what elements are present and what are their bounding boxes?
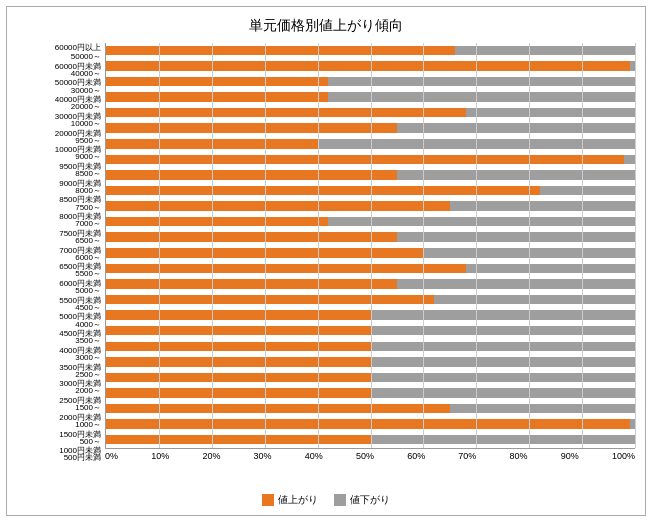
bar-gray-10 [450, 201, 635, 211]
x-tick-8: 80% [510, 451, 528, 461]
bar-orange-1 [106, 61, 630, 71]
grid-line-9 [582, 43, 583, 448]
y-label-2: 40000～50000円未満 [17, 69, 101, 86]
bars-wrapper [105, 43, 635, 449]
bar-gray-0 [455, 46, 635, 56]
bar-gray-5 [397, 123, 635, 133]
y-label-20: 2500～3000円未満 [17, 370, 101, 387]
grid-line-5 [371, 43, 372, 448]
bar-gray-11 [328, 217, 635, 227]
grid-line-8 [529, 43, 530, 448]
bar-gray-19 [371, 342, 636, 352]
bar-orange-16 [106, 295, 434, 305]
x-axis: 0%10%20%30%40%50%60%70%80%90%100% [105, 449, 635, 461]
x-tick-9: 90% [561, 451, 579, 461]
y-label-4: 20000～30000円未満 [17, 102, 101, 119]
bar-gray-15 [397, 279, 635, 289]
y-label-22: 1500～2000円未満 [17, 403, 101, 420]
bar-orange-23 [106, 404, 450, 414]
y-label-15: 5000～5500円未満 [17, 286, 101, 303]
grid-line-7 [476, 43, 477, 448]
y-label-12: 6500～7000円未満 [17, 236, 101, 253]
y-label-23: 1000～1500円未満 [17, 420, 101, 437]
y-label-1: 50000～60000円未満 [17, 52, 101, 69]
bar-orange-8 [106, 170, 397, 180]
bar-orange-2 [106, 77, 328, 87]
y-label-21: 2000～2500円未満 [17, 386, 101, 403]
bar-orange-14 [106, 264, 466, 274]
bar-gray-20 [371, 357, 636, 367]
x-tick-6: 60% [407, 451, 425, 461]
bar-gray-12 [397, 232, 635, 242]
bar-orange-5 [106, 123, 397, 133]
bar-orange-25 [106, 435, 371, 445]
bar-orange-18 [106, 326, 371, 336]
legend-gray-label: 値下がり [350, 493, 390, 507]
y-label-25: 500円未満 [17, 453, 101, 463]
bar-gray-21 [371, 373, 636, 383]
bar-orange-22 [106, 388, 371, 398]
bar-orange-20 [106, 357, 371, 367]
bar-gray-17 [371, 310, 636, 320]
legend-orange-label: 値上がり [278, 493, 318, 507]
bar-orange-17 [106, 310, 371, 320]
legend: 値上がり 値下がり [262, 493, 390, 507]
x-tick-7: 70% [458, 451, 476, 461]
x-tick-2: 20% [202, 451, 220, 461]
legend-orange-box [262, 494, 274, 506]
bar-gray-7 [624, 155, 635, 165]
grid-line-6 [423, 43, 424, 448]
y-label-13: 6000～6500円未満 [17, 253, 101, 270]
y-label-8: 8500～9000円未満 [17, 169, 101, 186]
y-label-10: 7500～8000円未満 [17, 203, 101, 220]
y-label-17: 4000～4500円未満 [17, 320, 101, 337]
bar-orange-7 [106, 155, 624, 165]
y-label-0: 60000円以上 [17, 43, 101, 53]
y-label-18: 3500～4000円未満 [17, 336, 101, 353]
bar-gray-2 [328, 77, 635, 87]
x-tick-0: 0% [105, 451, 118, 461]
y-axis: 60000円以上50000～60000円未満40000～50000円未満3000… [17, 43, 105, 461]
y-label-3: 30000～40000円未満 [17, 86, 101, 103]
bars-and-x: 0%10%20%30%40%50%60%70%80%90%100% [105, 43, 635, 461]
bar-orange-15 [106, 279, 397, 289]
bar-gray-25 [371, 435, 636, 445]
bar-orange-12 [106, 232, 397, 242]
bar-orange-24 [106, 419, 630, 429]
chart-title: 単元価格別値上がり傾向 [17, 17, 635, 35]
x-tick-3: 30% [254, 451, 272, 461]
y-label-14: 5500～6000円未満 [17, 269, 101, 286]
bar-gray-23 [450, 404, 635, 414]
bar-orange-21 [106, 373, 371, 383]
bar-gray-18 [371, 326, 636, 336]
bar-gray-16 [434, 295, 635, 305]
legend-orange: 値上がり [262, 493, 318, 507]
bar-orange-3 [106, 92, 328, 102]
bar-gray-4 [466, 108, 635, 118]
grid-line-2 [212, 43, 213, 448]
bar-orange-19 [106, 342, 371, 352]
x-tick-1: 10% [151, 451, 169, 461]
y-label-24: 500～1000円未満 [17, 437, 101, 454]
chart-area: 60000円以上50000～60000円未満40000～50000円未満3000… [17, 43, 635, 461]
bar-orange-4 [106, 108, 466, 118]
y-label-19: 3000～3500円未満 [17, 353, 101, 370]
grid-line-4 [318, 43, 319, 448]
legend-gray: 値下がり [334, 493, 390, 507]
y-label-5: 10000～20000円未満 [17, 119, 101, 136]
bar-gray-9 [540, 186, 635, 196]
legend-gray-box [334, 494, 346, 506]
bar-orange-10 [106, 201, 450, 211]
y-label-7: 9000～9500円未満 [17, 152, 101, 169]
bar-orange-9 [106, 186, 540, 196]
y-label-11: 7000～7500円未満 [17, 219, 101, 236]
y-label-9: 8000～8500円未満 [17, 186, 101, 203]
bar-orange-11 [106, 217, 328, 227]
x-tick-4: 40% [305, 451, 323, 461]
grid-line-3 [265, 43, 266, 448]
bar-gray-14 [466, 264, 635, 274]
x-tick-5: 50% [356, 451, 374, 461]
y-label-16: 4500～5000円未満 [17, 303, 101, 320]
x-tick-10: 100% [612, 451, 635, 461]
y-label-6: 9500～10000円未満 [17, 136, 101, 153]
